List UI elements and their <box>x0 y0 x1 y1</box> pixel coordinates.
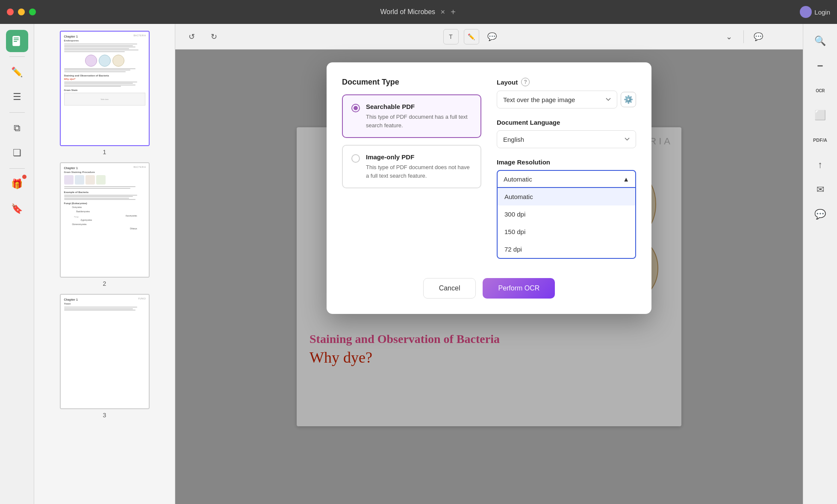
perform-ocr-button[interactable]: Perform OCR <box>483 278 555 299</box>
avatar <box>800 6 812 18</box>
sidebar-item-document[interactable] <box>6 30 28 52</box>
maximize-window-button[interactable] <box>29 9 36 15</box>
modal-footer: Cancel Perform OCR <box>342 278 636 299</box>
tab-add-button[interactable]: + <box>451 7 456 17</box>
resolution-option-automatic[interactable]: Automatic <box>498 188 635 205</box>
thumbnails-panel: BACTERIA Chapter 1 Endospores <box>34 24 175 504</box>
layout-help-button[interactable]: ? <box>521 78 530 86</box>
left-sidebar: ✏️ ☰ ⧉ ❏ 🎁 🔖 <box>0 24 34 504</box>
image-only-pdf-desc: This type of PDF document does not have … <box>366 163 472 180</box>
sidebar-right-comment[interactable]: 💬 <box>809 203 831 226</box>
sidebar-right-zoom-out[interactable]: − <box>809 55 831 77</box>
title-bar-center: World of Microbes ✕ + <box>40 7 796 17</box>
language-label-text: Document Language <box>497 119 560 126</box>
document-type-title: Document Type <box>342 78 481 87</box>
bookmark-icon: 🔖 <box>11 203 23 214</box>
thumbnail-3[interactable]: FUNGI Chapter 1 Yeast <box>60 294 150 409</box>
sidebar-right-scan[interactable]: ⬜ <box>809 104 831 126</box>
sidebar-right-ocr[interactable]: OCR <box>809 79 831 102</box>
share-icon: ↑ <box>818 159 822 170</box>
resolution-dropdown-trigger[interactable]: Automatic ▲ <box>497 170 636 188</box>
page-number-3: 3 <box>103 412 106 419</box>
resolution-option-300dpi[interactable]: 300 dpi <box>498 205 635 223</box>
minus-icon: − <box>817 60 823 72</box>
layers-icon: ❏ <box>13 147 21 158</box>
sidebar-item-bookmark[interactable]: 🔖 <box>6 198 28 220</box>
svg-rect-2 <box>14 39 19 40</box>
right-sidebar: 🔍 − OCR ⬜ PDF/A ↑ ✉ 💬 <box>803 24 837 504</box>
layout-label: Layout ? <box>497 78 636 86</box>
search-icon: 🔍 <box>814 35 826 47</box>
searchable-pdf-label: Searchable PDF <box>366 103 472 110</box>
sidebar-right-mail[interactable]: ✉ <box>809 179 831 201</box>
sidebar-separator-3 <box>9 168 25 169</box>
mail-icon: ✉ <box>816 184 824 195</box>
gift-icon: 🎁 <box>11 179 23 190</box>
svg-rect-3 <box>14 41 17 42</box>
sidebar-item-brush[interactable]: ✏️ <box>6 61 28 83</box>
resolution-label: Image Resolution <box>497 158 636 166</box>
toolbar-separator <box>743 30 744 43</box>
searchable-radio[interactable] <box>351 104 360 112</box>
resolution-selected-value: Automatic <box>504 176 532 183</box>
main-toolbar: ↺ ↻ T ✏️ 💬 ⌄ 💬 <box>175 24 803 50</box>
pdf-a-icon: PDF/A <box>813 138 827 143</box>
list-item[interactable]: FUNGI Chapter 1 Yeast 3 <box>60 294 150 419</box>
annotation-button[interactable]: 💬 <box>751 29 766 44</box>
highlight-tool-button[interactable]: ✏️ <box>464 29 479 44</box>
document-body: BACTERIA <box>175 50 803 504</box>
brush-icon: ✏️ <box>11 67 23 78</box>
sidebar-item-list[interactable]: ☰ <box>6 86 28 108</box>
image-only-pdf-card[interactable]: Image-only PDF This type of PDF document… <box>342 145 481 188</box>
modal-left-panel: Document Type Searchable PDF This type o… <box>342 78 481 266</box>
cancel-button[interactable]: Cancel <box>423 278 476 299</box>
undo-button[interactable]: ↺ <box>184 29 199 44</box>
tab-close-button[interactable]: ✕ <box>440 9 445 15</box>
searchable-pdf-desc: This type of PDF document has a full tex… <box>366 113 472 129</box>
sidebar-separator-2 <box>9 112 25 113</box>
list-item[interactable]: BACTERIA Chapter 1 Gram Staining Procedu… <box>60 162 150 287</box>
sidebar-right-search[interactable]: 🔍 <box>809 30 831 52</box>
image-only-pdf-label: Image-only PDF <box>366 153 472 161</box>
layout-row: Layout ? Text over the page image ⚙️ <box>497 78 636 108</box>
language-select[interactable]: English <box>497 130 636 148</box>
thumbnail-content-2: BACTERIA Chapter 1 Gram Staining Procedu… <box>61 163 149 277</box>
comment-icon: 💬 <box>814 209 826 220</box>
svg-rect-1 <box>14 38 19 38</box>
language-row: Document Language English <box>497 119 636 148</box>
tab-title: World of Microbes <box>380 8 435 16</box>
main-layout: ✏️ ☰ ⧉ ❏ 🎁 🔖 BACTERIA Chapter 1 <box>0 24 837 504</box>
sidebar-item-layers[interactable]: ❏ <box>6 142 28 164</box>
sidebar-item-copy[interactable]: ⧉ <box>6 117 28 139</box>
layout-select[interactable]: Text over the page image <box>497 91 617 108</box>
resolution-option-150dpi[interactable]: 150 dpi <box>498 223 635 240</box>
sidebar-item-gift[interactable]: 🎁 <box>6 173 28 195</box>
title-bar-right: Login <box>800 6 830 18</box>
comment-tool-button[interactable]: 💬 <box>484 29 500 44</box>
page-number-2: 2 <box>103 280 106 287</box>
ocr-icon: OCR <box>816 88 825 93</box>
layout-settings-button[interactable]: ⚙️ <box>621 92 636 107</box>
minimize-window-button[interactable] <box>18 9 25 15</box>
redo-button[interactable]: ↻ <box>206 29 221 44</box>
thumbnail-content-3: FUNGI Chapter 1 Yeast <box>61 295 149 408</box>
ocr-modal: Document Type Searchable PDF This type o… <box>327 62 651 314</box>
searchable-pdf-card[interactable]: Searchable PDF This type of PDF document… <box>342 94 481 138</box>
resolution-option-72dpi[interactable]: 72 dpi <box>498 240 635 258</box>
main-document-area: ↺ ↻ T ✏️ 💬 ⌄ 💬 BACTERIA <box>175 24 803 504</box>
login-area[interactable]: Login <box>800 6 830 18</box>
thumbnail-2[interactable]: BACTERIA Chapter 1 Gram Staining Procedu… <box>60 162 150 278</box>
layout-label-text: Layout <box>497 79 518 86</box>
dropdown-icon[interactable]: ⌄ <box>721 29 737 44</box>
copy-icon: ⧉ <box>14 123 21 134</box>
text-tool-button[interactable]: T <box>443 29 459 44</box>
thumbnail-1[interactable]: BACTERIA Chapter 1 Endospores <box>60 31 150 146</box>
list-item[interactable]: BACTERIA Chapter 1 Endospores <box>60 31 150 155</box>
resolution-dropdown-container: Automatic ▲ Automatic 300 dpi 150 dpi 72… <box>497 170 636 188</box>
image-only-radio[interactable] <box>351 154 360 163</box>
sidebar-right-share[interactable]: ↑ <box>809 154 831 176</box>
close-window-button[interactable] <box>7 9 14 15</box>
sidebar-right-pdf-a[interactable]: PDF/A <box>809 129 831 151</box>
list-icon: ☰ <box>13 91 21 103</box>
modal-grid: Document Type Searchable PDF This type o… <box>342 78 636 266</box>
